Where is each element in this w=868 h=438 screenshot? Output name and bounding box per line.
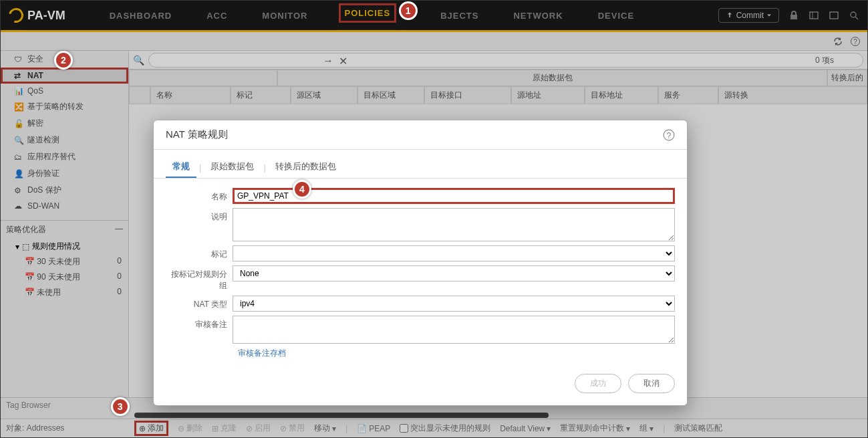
ok-button[interactable]: 成功 [575, 374, 621, 393]
modal-tabs: 常规 | 原始数据包 | 转换后的数据包 [154, 150, 687, 179]
modal-footer: 成功 取消 [154, 366, 687, 405]
lbl-desc: 说明 [166, 208, 233, 223]
lbl-name: 名称 [166, 188, 233, 203]
tab-general[interactable]: 常规 [166, 156, 196, 178]
lbl-group: 按标记对规则分组 [166, 265, 233, 292]
nat-rule-modal: NAT 策略规则 ? 常规 | 原始数据包 | 转换后的数据包 名称 4 说明 … [153, 120, 688, 406]
tab-translated[interactable]: 转换后的数据包 [269, 156, 343, 178]
modal-help-icon[interactable]: ? [663, 129, 675, 141]
callout-2: 2 [54, 51, 73, 70]
lbl-tag: 标记 [166, 245, 233, 260]
modal-title: NAT 策略规则 [166, 128, 228, 141]
modal-body: 名称 4 说明 标记 按标记对规则分组 None NAT 类型 ipv4 审核备… [154, 179, 687, 366]
select-nattype[interactable]: ipv4 [233, 296, 675, 312]
select-tag[interactable] [233, 245, 675, 261]
callout-1: 1 [399, 1, 418, 20]
callout-3: 3 [111, 397, 130, 416]
modal-header: NAT 策略规则 ? [154, 120, 687, 150]
audit-archive-link[interactable]: 审核备注存档 [238, 348, 675, 359]
input-audit[interactable] [233, 316, 675, 344]
callout-4: 4 [293, 180, 311, 199]
cancel-button[interactable]: 取消 [628, 374, 675, 393]
select-group[interactable]: None [233, 265, 675, 282]
tab-original[interactable]: 原始数据包 [204, 156, 261, 178]
lbl-nattype: NAT 类型 [166, 296, 233, 310]
input-desc[interactable] [233, 208, 675, 241]
lbl-audit: 审核备注 [166, 316, 233, 330]
svg-text:?: ? [667, 130, 672, 140]
